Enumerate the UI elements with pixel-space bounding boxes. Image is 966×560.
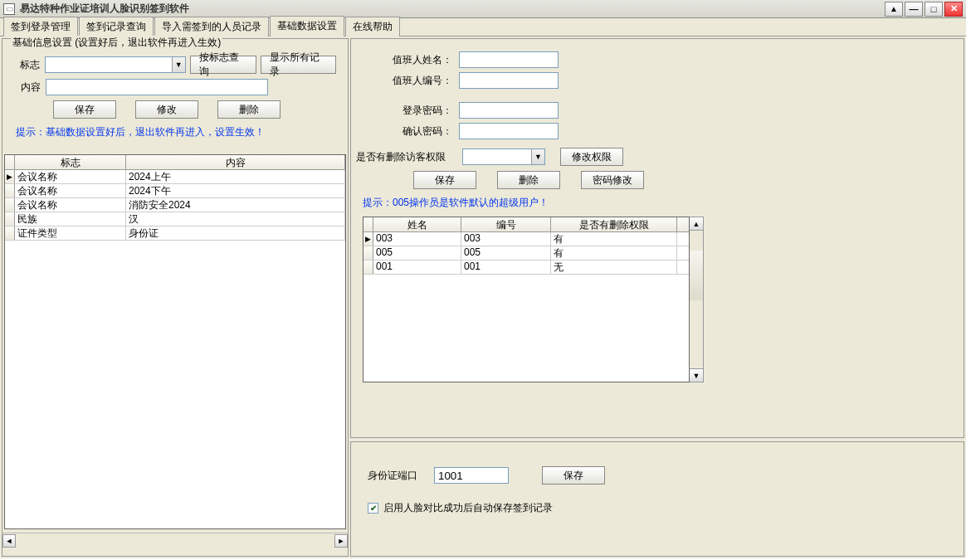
tab-bar: 签到登录管理 签到记录查询 导入需签到的人员记录 基础数据设置 在线帮助 [0, 18, 966, 37]
col-header-content[interactable]: 内容 [126, 155, 345, 169]
label-duty-id: 值班人编号： [363, 74, 452, 88]
right-hint: 提示：005操作员是软件默认的超级用户！ [363, 196, 947, 210]
minimize-button[interactable]: — [905, 2, 923, 17]
duty-id-input[interactable] [459, 72, 559, 89]
row-indicator-header [5, 155, 15, 169]
table-row[interactable]: 会议名称消防安全2024 [5, 198, 345, 212]
label-duty-name: 值班人姓名： [363, 53, 452, 67]
cell-content: 2024上午 [126, 170, 345, 183]
label-delete-perm: 是否有删除访客权限 [356, 150, 456, 164]
scroll-track[interactable] [16, 534, 334, 548]
cell-perm: 无 [551, 261, 677, 274]
label-confirm: 确认密码： [363, 124, 452, 139]
scroll-down-icon[interactable]: ▼ [690, 368, 703, 382]
tab-base-data-settings[interactable]: 基础数据设置 [270, 16, 344, 37]
table-row[interactable]: 会议名称2024下午 [5, 184, 345, 198]
h-scrollbar[interactable]: ◄ ► [2, 533, 348, 548]
table-row[interactable]: 001001无 [363, 261, 689, 275]
id-port-input[interactable] [434, 467, 509, 484]
tab-record-query[interactable]: 签到记录查询 [79, 17, 154, 37]
restore-up-button[interactable]: ▲ [885, 2, 903, 17]
label-mark: 标志 [14, 58, 40, 72]
scroll-thumb[interactable] [690, 251, 703, 300]
app-icon: ▭ [3, 3, 15, 15]
cell-mark: 民族 [15, 212, 126, 226]
right-wrap: 值班人姓名： 值班人编号： 登录密码： 确认密码： 是否有删除访客权限 ▼ [350, 38, 964, 557]
row-indicator: ▶ [363, 232, 373, 246]
col-header-mark[interactable]: 标志 [15, 155, 126, 169]
workarea: 基础信息设置 (设置好后，退出软件再进入生效) 标志 ▼ 按标志查询 显示所有记… [0, 37, 966, 558]
group-title: 基础信息设置 (设置好后，退出软件再进入生效) [11, 36, 222, 50]
row-indicator-header [363, 217, 373, 231]
table-row[interactable]: 005005有 [363, 246, 689, 261]
label-content: 内容 [14, 80, 41, 95]
window-title: 易达特种作业证培训人脸识别签到软件 [20, 2, 883, 16]
tab-import-personnel[interactable]: 导入需签到的人员记录 [154, 17, 269, 37]
base-data-grid[interactable]: 标志 内容 ▶会议名称2024上午会议名称2024下午会议名称消防安全2024民… [4, 154, 346, 529]
cell-content: 2024下午 [126, 184, 345, 197]
cell-name: 003 [373, 232, 461, 246]
cell-mark: 证件类型 [15, 226, 126, 240]
tab-online-help[interactable]: 在线帮助 [345, 17, 400, 37]
left-panel: 基础信息设置 (设置好后，退出软件再进入生效) 标志 ▼ 按标志查询 显示所有记… [2, 38, 349, 557]
modify-perm-button[interactable]: 修改权限 [560, 148, 623, 166]
cell-num: 001 [461, 261, 551, 274]
search-by-mark-button[interactable]: 按标志查询 [190, 56, 256, 74]
scroll-right-icon[interactable]: ► [334, 534, 348, 548]
col-header-perm[interactable]: 是否有删除权限 [551, 217, 677, 231]
cell-num: 005 [461, 246, 551, 260]
maximize-button[interactable]: □ [925, 2, 943, 17]
operator-save-button[interactable]: 保存 [413, 171, 476, 189]
row-indicator [363, 246, 373, 260]
operator-panel: 值班人姓名： 值班人编号： 登录密码： 确认密码： 是否有删除访客权限 ▼ [350, 38, 964, 438]
delete-perm-combo[interactable]: ▼ [462, 149, 545, 165]
cell-mark: 会议名称 [15, 198, 126, 212]
operator-delete-button[interactable]: 删除 [497, 171, 560, 189]
mark-combo[interactable]: ▼ [45, 56, 186, 73]
cell-content: 消防安全2024 [126, 198, 345, 212]
table-row[interactable]: 民族汉 [5, 212, 345, 226]
col-header-name[interactable]: 姓名 [373, 217, 461, 231]
confirm-password-input[interactable] [459, 123, 559, 139]
password-modify-button[interactable]: 密码修改 [581, 171, 644, 189]
tab-login-manage[interactable]: 签到登录管理 [3, 17, 78, 37]
scroll-left-icon[interactable]: ◄ [2, 534, 16, 548]
row-indicator [5, 198, 15, 212]
grid-header: 标志 内容 [5, 155, 345, 170]
port-save-button[interactable]: 保存 [542, 466, 605, 485]
row-indicator: ▶ [5, 170, 15, 183]
col-header-num[interactable]: 编号 [461, 217, 551, 231]
cell-mark: 会议名称 [15, 170, 126, 183]
duty-name-input[interactable] [459, 51, 559, 68]
auto-save-checkbox[interactable]: ✔ [368, 503, 378, 514]
cell-perm: 有 [551, 246, 677, 260]
cell-name: 005 [373, 246, 461, 260]
table-row[interactable]: 证件类型身份证 [5, 226, 345, 241]
label-id-port: 身份证端口 [368, 469, 427, 483]
cell-perm: 有 [551, 232, 677, 246]
base-info-group: 基础信息设置 (设置好后，退出软件再进入生效) 标志 ▼ 按标志查询 显示所有记… [6, 42, 344, 151]
cell-mark: 会议名称 [15, 184, 126, 197]
modify-button[interactable]: 修改 [135, 100, 198, 119]
row-indicator [5, 184, 15, 197]
cell-content: 汉 [126, 212, 345, 226]
show-all-button[interactable]: 显示所有记录 [261, 56, 336, 74]
save-button[interactable]: 保存 [53, 100, 116, 119]
scroll-up-icon[interactable]: ▲ [690, 217, 703, 231]
operator-grid[interactable]: 姓名 编号 是否有删除权限 ▶003003有005005有001001无 [363, 217, 690, 382]
auto-save-label: 启用人脸对比成功后自动保存签到记录 [383, 501, 553, 515]
chevron-down-icon[interactable]: ▼ [531, 149, 544, 164]
chevron-down-icon[interactable]: ▼ [172, 57, 185, 72]
operator-grid-header: 姓名 编号 是否有删除权限 [363, 217, 689, 232]
label-password: 登录密码： [363, 104, 452, 118]
delete-button[interactable]: 删除 [217, 100, 281, 119]
password-input[interactable] [459, 102, 559, 119]
table-row[interactable]: ▶会议名称2024上午 [5, 170, 345, 184]
table-row[interactable]: ▶003003有 [363, 232, 689, 246]
row-indicator [363, 261, 373, 274]
close-button[interactable]: ✕ [944, 2, 963, 17]
cell-name: 001 [373, 261, 461, 274]
v-scrollbar[interactable]: ▲ ▼ [690, 217, 704, 382]
titlebar: ▭ 易达特种作业证培训人脸识别签到软件 ▲ — □ ✕ [0, 0, 966, 18]
content-input[interactable] [46, 79, 268, 95]
